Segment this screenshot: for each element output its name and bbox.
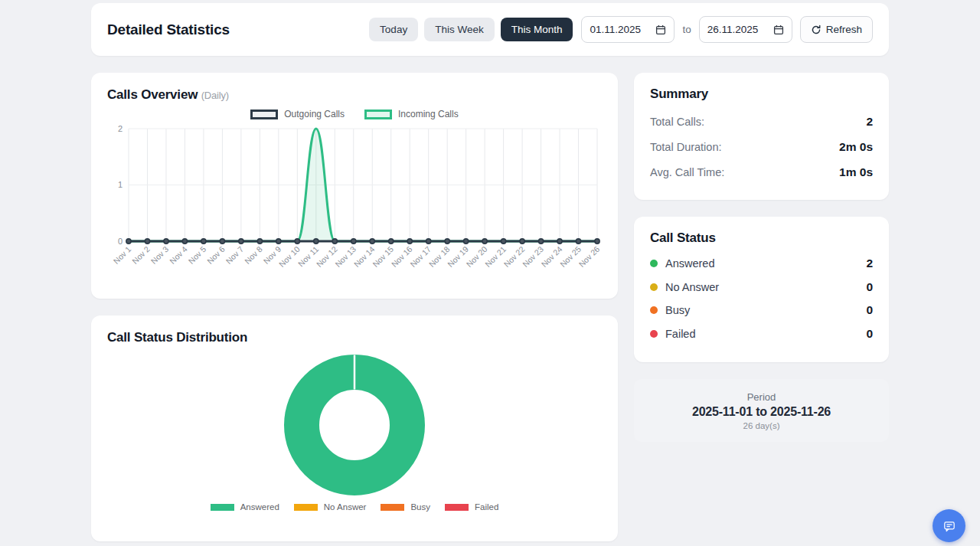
call-status-card: Call Status Answered2No Answer0Busy0Fail… bbox=[634, 217, 889, 362]
status-row-value: 2 bbox=[866, 257, 873, 270]
chat-icon bbox=[941, 518, 958, 535]
refresh-label: Refresh bbox=[826, 24, 862, 35]
donut-legend-item-busy[interactable]: Busy bbox=[381, 502, 430, 512]
range-button-this-month[interactable]: This Month bbox=[501, 18, 573, 41]
legend-item-outgoing-calls[interactable]: Outgoing Calls bbox=[250, 109, 345, 119]
status-dot bbox=[650, 306, 658, 314]
status-row-label: No Answer bbox=[665, 281, 866, 293]
svg-text:Nov 4: Nov 4 bbox=[168, 244, 189, 266]
date-from-value: 01.11.2025 bbox=[590, 24, 641, 35]
svg-text:2: 2 bbox=[118, 124, 122, 133]
calls-overview-chart[interactable]: 012Nov 1Nov 2Nov 3Nov 4Nov 5Nov 6Nov 7No… bbox=[107, 121, 602, 277]
donut-legend-label: Failed bbox=[475, 502, 498, 512]
dashboard-page: Detailed Statistics TodayThis WeekThis M… bbox=[91, 0, 889, 541]
donut-legend-label: Answered bbox=[240, 502, 279, 512]
calls-overview-subtitle: (Daily) bbox=[201, 90, 229, 101]
summary-row-total-duration-: Total Duration:2m 0s bbox=[650, 134, 873, 159]
svg-text:Nov 3: Nov 3 bbox=[149, 244, 170, 266]
right-column: Summary Total Calls:2Total Duration:2m 0… bbox=[634, 73, 889, 541]
page-title: Detailed Statistics bbox=[107, 21, 230, 38]
range-button-group: TodayThis WeekThis Month bbox=[369, 18, 573, 41]
calls-overview-title-text: Calls Overview bbox=[107, 87, 198, 102]
svg-text:Nov 7: Nov 7 bbox=[224, 244, 245, 266]
to-label: to bbox=[681, 24, 692, 35]
donut-legend-item-answered[interactable]: Answered bbox=[211, 502, 279, 512]
summary-row-value: 2m 0s bbox=[839, 140, 873, 154]
summary-row-value: 2 bbox=[866, 115, 873, 129]
donut-legend-label: No Answer bbox=[324, 502, 367, 512]
status-row-value: 0 bbox=[866, 327, 873, 341]
donut-legend-swatch bbox=[294, 504, 318, 511]
legend-item-incoming-calls[interactable]: Incoming Calls bbox=[364, 109, 459, 119]
legend-label: Outgoing Calls bbox=[284, 109, 345, 119]
call-status-rows: Answered2No Answer0Busy0Failed0 bbox=[650, 252, 873, 345]
donut-legend-swatch bbox=[445, 504, 469, 511]
svg-text:Nov 26: Nov 26 bbox=[577, 244, 601, 269]
main-grid: Calls Overview (Daily) Outgoing CallsInc… bbox=[91, 73, 889, 541]
status-row-label: Busy bbox=[665, 304, 866, 316]
svg-text:Nov 2: Nov 2 bbox=[130, 244, 152, 266]
svg-text:Nov 1: Nov 1 bbox=[112, 244, 133, 266]
status-row-label: Failed bbox=[665, 328, 866, 340]
header-controls: TodayThis WeekThis Month 01.11.2025 to 2… bbox=[369, 16, 873, 43]
refresh-icon bbox=[811, 25, 822, 35]
calendar-icon[interactable] bbox=[773, 25, 784, 35]
status-dot bbox=[650, 283, 658, 291]
donut-legend-label: Busy bbox=[410, 502, 430, 512]
date-from-input[interactable]: 01.11.2025 bbox=[581, 16, 675, 43]
period-label: Period bbox=[747, 391, 776, 403]
status-distribution-donut[interactable] bbox=[107, 353, 602, 497]
summary-row-total-calls-: Total Calls:2 bbox=[650, 109, 873, 134]
status-row-answered: Answered2 bbox=[650, 252, 873, 276]
svg-text:1: 1 bbox=[118, 180, 122, 189]
summary-rows: Total Calls:2Total Duration:2m 0sAvg. Ca… bbox=[650, 109, 873, 185]
summary-row-avg-call-time-: Avg. Call Time:1m 0s bbox=[650, 159, 873, 185]
legend-swatch bbox=[250, 110, 278, 119]
donut-legend: AnsweredNo AnswerBusyFailed bbox=[107, 502, 602, 512]
range-button-this-week[interactable]: This Week bbox=[424, 18, 495, 41]
status-row-value: 0 bbox=[866, 280, 873, 294]
period-range: 2025-11-01 to 2025-11-26 bbox=[692, 405, 831, 419]
status-row-busy: Busy0 bbox=[650, 299, 873, 322]
svg-text:Nov 10: Nov 10 bbox=[277, 244, 302, 269]
status-dot bbox=[650, 260, 658, 267]
status-distribution-card: Call Status Distribution AnsweredNo Answ… bbox=[91, 316, 618, 541]
status-row-no-answer: No Answer0 bbox=[650, 276, 873, 299]
calls-overview-title: Calls Overview (Daily) bbox=[107, 87, 602, 103]
svg-text:Nov 5: Nov 5 bbox=[186, 244, 207, 266]
svg-text:Nov 8: Nov 8 bbox=[243, 244, 264, 266]
svg-text:0: 0 bbox=[118, 237, 122, 246]
period-card: Period 2025-11-01 to 2025-11-26 26 day(s… bbox=[634, 379, 889, 442]
calendar-icon[interactable] bbox=[655, 25, 666, 35]
donut-legend-item-no-answer[interactable]: No Answer bbox=[294, 502, 367, 512]
header-card: Detailed Statistics TodayThis WeekThis M… bbox=[91, 3, 889, 56]
legend-swatch bbox=[364, 110, 392, 119]
chat-fab-button[interactable] bbox=[933, 509, 965, 542]
status-dot bbox=[650, 330, 658, 338]
summary-row-label: Total Calls: bbox=[650, 116, 704, 128]
period-days: 26 day(s) bbox=[743, 421, 780, 430]
range-button-today[interactable]: Today bbox=[369, 18, 418, 41]
summary-row-value: 1m 0s bbox=[839, 165, 873, 179]
call-status-title: Call Status bbox=[650, 230, 873, 246]
date-to-input[interactable]: 26.11.2025 bbox=[699, 16, 792, 43]
calls-overview-card: Calls Overview (Daily) Outgoing CallsInc… bbox=[91, 73, 618, 299]
line-chart-legend: Outgoing CallsIncoming Calls bbox=[107, 109, 602, 119]
status-row-failed: Failed0 bbox=[650, 322, 873, 346]
summary-title: Summary bbox=[650, 87, 873, 102]
summary-card: Summary Total Calls:2Total Duration:2m 0… bbox=[634, 73, 889, 200]
summary-row-label: Total Duration: bbox=[650, 141, 722, 153]
donut-legend-item-failed[interactable]: Failed bbox=[445, 502, 498, 512]
donut-legend-swatch bbox=[211, 504, 234, 511]
summary-row-label: Avg. Call Time: bbox=[650, 166, 724, 178]
legend-label: Incoming Calls bbox=[398, 109, 459, 119]
status-row-value: 0 bbox=[866, 303, 873, 317]
status-distribution-title: Call Status Distribution bbox=[107, 330, 602, 345]
status-row-label: Answered bbox=[665, 257, 866, 270]
left-column: Calls Overview (Daily) Outgoing CallsInc… bbox=[91, 73, 618, 541]
refresh-button[interactable]: Refresh bbox=[800, 16, 873, 43]
donut-legend-swatch bbox=[381, 504, 404, 511]
svg-text:Nov 6: Nov 6 bbox=[205, 244, 227, 266]
date-to-value: 26.11.2025 bbox=[707, 24, 759, 35]
